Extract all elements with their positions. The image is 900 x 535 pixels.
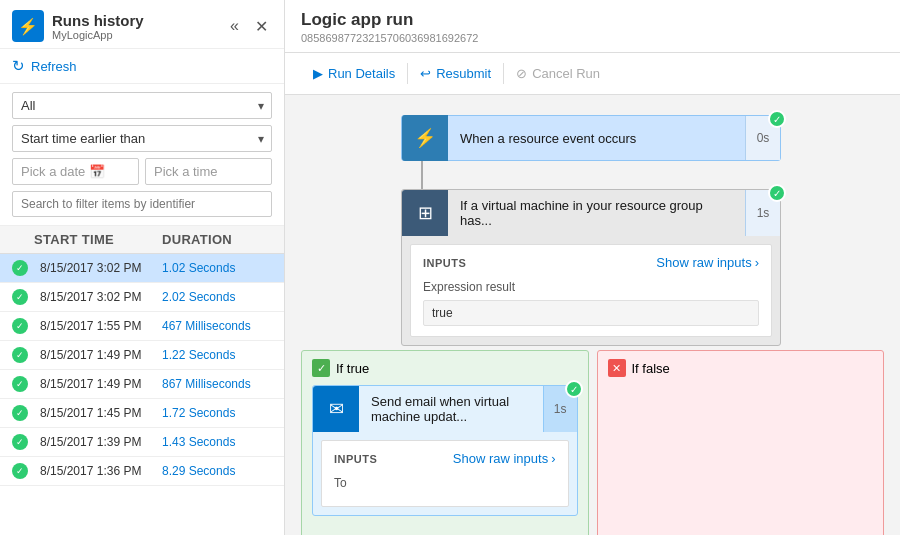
table-row[interactable]: ✓ 8/15/2017 3:02 PM 2.02 Seconds xyxy=(0,283,284,312)
runs-list: ✓ 8/15/2017 3:02 PM 1.02 Seconds ✓ 8/15/… xyxy=(0,254,284,486)
status-dot: ✓ xyxy=(12,318,28,334)
col-start-header: START TIME xyxy=(34,232,162,247)
action-inputs-label: INPUTS xyxy=(334,453,377,465)
time-input[interactable]: Pick a time xyxy=(145,158,272,185)
resubmit-button[interactable]: ↩ Resubmit xyxy=(408,61,503,86)
run-details-button[interactable]: ▶ Run Details xyxy=(301,61,407,86)
cancel-run-button[interactable]: ⊘ Cancel Run xyxy=(504,61,612,86)
run-duration: 1.22 Seconds xyxy=(162,348,272,362)
to-label: To xyxy=(334,476,556,490)
status-dot: ✓ xyxy=(12,434,28,450)
branch-row: ✓ If true ✉ Send email when virtual mach… xyxy=(301,350,884,535)
run-start-time: 8/15/2017 1:36 PM xyxy=(34,464,162,478)
refresh-button[interactable]: ↻ Refresh xyxy=(0,49,284,84)
cancel-label: Cancel Run xyxy=(532,66,600,81)
run-duration: 2.02 Seconds xyxy=(162,290,272,304)
resubmit-label: Resubmit xyxy=(436,66,491,81)
status-filter-wrapper: All xyxy=(12,92,272,119)
run-start-time: 8/15/2017 1:49 PM xyxy=(34,348,162,362)
date-time-row: Pick a date 📅 Pick a time xyxy=(12,158,272,185)
condition-check: ✓ xyxy=(768,184,786,202)
table-row[interactable]: ✓ 8/15/2017 3:02 PM 1.02 Seconds xyxy=(0,254,284,283)
right-panel: Logic app run 08586987723215706036981692… xyxy=(285,0,900,535)
trigger-icon: ⚡ xyxy=(414,127,436,149)
branch-true: ✓ If true ✉ Send email when virtual mach… xyxy=(301,350,589,535)
table-header: START TIME DURATION xyxy=(0,226,284,254)
calendar-icon: 📅 xyxy=(89,164,105,179)
panel-title-block: Runs history MyLogicApp xyxy=(52,12,144,41)
condition-show-raw[interactable]: Show raw inputs › xyxy=(656,255,759,270)
table-row[interactable]: ✓ 8/15/2017 1:55 PM 467 Milliseconds xyxy=(0,312,284,341)
condition-inputs-header: INPUTS Show raw inputs › xyxy=(423,255,759,270)
run-id: 08586987723215706036981692672 xyxy=(301,32,884,44)
run-status: ✓ xyxy=(12,405,34,421)
panel-title: Runs history xyxy=(52,12,144,29)
search-input[interactable] xyxy=(12,191,272,217)
run-status: ✓ xyxy=(12,463,34,479)
run-duration: 1.43 Seconds xyxy=(162,435,272,449)
table-row[interactable]: ✓ 8/15/2017 1:36 PM 8.29 Seconds xyxy=(0,457,284,486)
run-status: ✓ xyxy=(12,260,34,276)
table-row[interactable]: ✓ 8/15/2017 1:49 PM 1.22 Seconds xyxy=(0,341,284,370)
connector-1 xyxy=(421,161,423,189)
cancel-icon: ⊘ xyxy=(516,66,527,81)
expression-value: true xyxy=(423,300,759,326)
trigger-check: ✓ xyxy=(768,110,786,128)
status-dot: ✓ xyxy=(12,347,28,363)
action-show-raw[interactable]: Show raw inputs › xyxy=(453,451,556,466)
run-toolbar: ▶ Run Details ↩ Resubmit ⊘ Cancel Run xyxy=(285,53,900,95)
status-filter[interactable]: All xyxy=(12,92,272,119)
trigger-icon-box: ⚡ xyxy=(402,115,448,161)
trigger-node[interactable]: ⚡ When a resource event occurs 0s ✓ xyxy=(401,115,781,161)
date-input[interactable]: Pick a date 📅 xyxy=(12,158,139,185)
run-title: Logic app run xyxy=(301,10,884,30)
run-start-time: 8/15/2017 3:02 PM xyxy=(34,290,162,304)
run-duration: 1.72 Seconds xyxy=(162,406,272,420)
branch-true-header: ✓ If true xyxy=(312,359,578,377)
status-dot: ✓ xyxy=(12,405,28,421)
action-check: ✓ xyxy=(565,380,583,398)
table-row[interactable]: ✓ 8/15/2017 1:39 PM 1.43 Seconds xyxy=(0,428,284,457)
condition-icon: ⊞ xyxy=(418,202,433,224)
condition-icon-box: ⊞ xyxy=(402,190,448,236)
action-node[interactable]: ✉ Send email when virtual machine updat.… xyxy=(312,385,578,516)
collapse-button[interactable]: « xyxy=(226,15,243,37)
run-duration: 867 Milliseconds xyxy=(162,377,272,391)
canvas-area: ⚡ When a resource event occurs 0s ✓ ⊞ If… xyxy=(285,95,900,535)
action-header: ✉ Send email when virtual machine updat.… xyxy=(313,386,577,432)
condition-inputs-label: INPUTS xyxy=(423,257,466,269)
trigger-label: When a resource event occurs xyxy=(448,131,745,146)
time-filter[interactable]: Start time earlier than xyxy=(12,125,272,152)
condition-node[interactable]: ⊞ If a virtual machine in your resource … xyxy=(401,189,781,346)
refresh-icon: ↻ xyxy=(12,57,25,75)
run-duration: 8.29 Seconds xyxy=(162,464,272,478)
action-icon: ✉ xyxy=(329,398,344,420)
run-status: ✓ xyxy=(12,376,34,392)
branch-false-icon: ✕ xyxy=(608,359,626,377)
run-details-icon: ▶ xyxy=(313,66,323,81)
resubmit-icon: ↩ xyxy=(420,66,431,81)
condition-header: ⊞ If a virtual machine in your resource … xyxy=(402,190,780,236)
expression-label: Expression result xyxy=(423,280,759,294)
table-row[interactable]: ✓ 8/15/2017 1:49 PM 867 Milliseconds xyxy=(0,370,284,399)
time-filter-wrapper: Start time earlier than xyxy=(12,125,272,152)
branch-true-label: If true xyxy=(336,361,369,376)
close-button[interactable]: ✕ xyxy=(251,15,272,38)
run-start-time: 8/15/2017 1:45 PM xyxy=(34,406,162,420)
action-label: Send email when virtual machine updat... xyxy=(359,394,543,424)
refresh-label: Refresh xyxy=(31,59,77,74)
run-status: ✓ xyxy=(12,318,34,334)
app-icon: ⚡ xyxy=(12,10,44,42)
condition-label: If a virtual machine in your resource gr… xyxy=(448,198,745,228)
branch-true-icon: ✓ xyxy=(312,359,330,377)
action-inputs-header: INPUTS Show raw inputs › xyxy=(334,451,556,466)
status-dot: ✓ xyxy=(12,376,28,392)
left-panel: ⚡ Runs history MyLogicApp « ✕ ↻ Refresh … xyxy=(0,0,285,535)
status-dot: ✓ xyxy=(12,463,28,479)
table-row[interactable]: ✓ 8/15/2017 1:45 PM 1.72 Seconds xyxy=(0,399,284,428)
condition-expanded: INPUTS Show raw inputs › Expression resu… xyxy=(410,244,772,337)
status-dot: ✓ xyxy=(12,289,28,305)
panel-header-left: ⚡ Runs history MyLogicApp xyxy=(12,10,144,42)
branch-false-header: ✕ If false xyxy=(608,359,874,377)
runs-table: START TIME DURATION ✓ 8/15/2017 3:02 PM … xyxy=(0,226,284,535)
